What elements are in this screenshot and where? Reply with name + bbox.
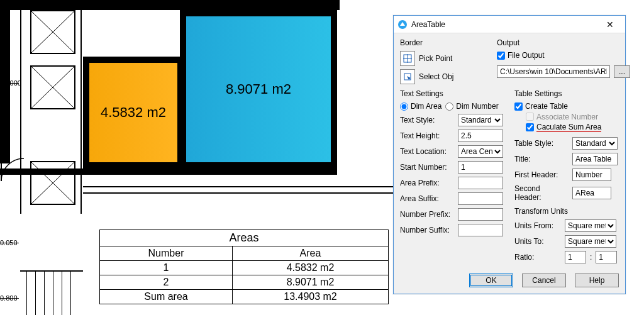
border-group: Border [400, 38, 488, 47]
close-button[interactable]: ✕ [599, 18, 621, 31]
file-output-checkbox[interactable]: File Output [497, 51, 545, 60]
number-prefix-label: Number Prefix: [400, 210, 454, 219]
dim-area-radio[interactable]: Dim Area [400, 102, 441, 111]
shaft [30, 10, 75, 54]
calc-sum-checkbox[interactable]: Caculate Sum Area [526, 123, 601, 132]
number-suffix-field[interactable] [458, 224, 503, 236]
wall [0, 169, 337, 175]
number-suffix-label: Number Suffix: [400, 226, 454, 235]
thin-line [83, 192, 408, 194]
output-group: Output [497, 38, 630, 47]
ok-button[interactable]: OK [469, 274, 513, 287]
title-label: Title: [514, 155, 569, 163]
area-suffix-label: Area Suffix: [400, 194, 454, 203]
app-logo-icon [397, 19, 408, 30]
room-area-label: 8.9071 m2 [226, 81, 291, 97]
wall-line [80, 0, 82, 214]
units-from-select[interactable]: Square mete [565, 219, 616, 232]
first-header-label: First Header: [514, 170, 569, 179]
dialog-titlebar[interactable]: AreaTable ✕ [394, 16, 625, 33]
shaft [30, 161, 75, 205]
browse-button[interactable]: ... [614, 65, 630, 78]
stairs [20, 270, 83, 314]
number-prefix-field[interactable] [458, 208, 503, 221]
second-header-label: Second Header: [514, 184, 569, 202]
ratio-label: Ratio: [514, 253, 561, 262]
canvas: 4.5832 m2 8.9071 m2 +0.000 0.050 0.800 [0, 0, 644, 315]
cross-icon [31, 11, 74, 53]
table-row-sum: Sum area 13.4903 m2 [100, 290, 389, 304]
ratio-b-field[interactable] [596, 251, 617, 263]
dialog-title: AreaTable [411, 20, 445, 29]
areas-col-number: Number [100, 246, 233, 261]
wall [0, 0, 340, 10]
text-style-label: Text Style: [400, 116, 454, 124]
dim-number-radio[interactable]: Dim Number [445, 102, 498, 111]
units-from-label: Units From: [514, 221, 561, 230]
table-style-select[interactable]: Standard [572, 137, 618, 150]
crosshair-icon [403, 54, 412, 63]
select-obj-button[interactable] [400, 69, 415, 84]
cross-icon [31, 67, 74, 108]
table-style-label: Table Style: [514, 139, 569, 148]
text-settings-group: Text Settings [400, 89, 506, 98]
table-settings-group: Table Settings [514, 89, 619, 98]
text-height-label: Text Height: [400, 131, 454, 140]
create-table-checkbox[interactable]: Create Table [514, 102, 568, 111]
areas-table-title: Areas [100, 230, 389, 246]
start-number-field[interactable] [458, 161, 503, 174]
room-area-label: 4.5832 m2 [101, 104, 166, 121]
areatable-dialog: AreaTable ✕ Border Pick Point [393, 15, 626, 294]
associate-number-checkbox[interactable]: Associate Number [526, 113, 598, 121]
areas-col-area: Area [233, 246, 389, 261]
table-row: 2 8.9071 m2 [100, 275, 389, 290]
second-header-field[interactable] [572, 187, 611, 199]
area-prefix-field[interactable] [458, 177, 503, 189]
table-row: 1 4.5832 m2 [100, 261, 389, 275]
text-location-select[interactable]: Area Centr [458, 145, 503, 158]
title-field[interactable] [572, 153, 618, 165]
units-to-select[interactable]: Square mete [565, 235, 616, 248]
ratio-a-field[interactable] [565, 251, 586, 263]
area-prefix-label: Area Prefix: [400, 179, 454, 187]
select-obj-label: Select Obj [419, 72, 453, 81]
shaft [30, 65, 75, 109]
transform-group: Transform Units [514, 207, 619, 216]
thin-line [83, 186, 408, 187]
select-icon [403, 72, 412, 81]
room-blue: 8.9071 m2 [180, 10, 337, 169]
area-suffix-field[interactable] [458, 192, 503, 205]
door-arc [0, 151, 25, 182]
text-style-select[interactable]: Standard [458, 114, 503, 126]
start-number-label: Start Number: [400, 163, 454, 172]
text-height-field[interactable] [458, 130, 503, 142]
areas-table: Areas Number Area 1 4.5832 m2 2 8.9071 m… [99, 229, 389, 304]
help-button[interactable]: Help [575, 274, 619, 287]
room-orange: 4.5832 m2 [83, 57, 184, 169]
ratio-sep: : [590, 253, 592, 262]
pick-point-label: Pick Point [419, 54, 452, 63]
cancel-button[interactable]: Cancel [522, 274, 566, 287]
output-path-field[interactable] [497, 65, 610, 78]
first-header-field[interactable] [572, 169, 611, 181]
units-to-label: Units To: [514, 237, 561, 246]
text-location-label: Text Location: [400, 147, 454, 156]
pick-point-button[interactable] [400, 51, 415, 66]
